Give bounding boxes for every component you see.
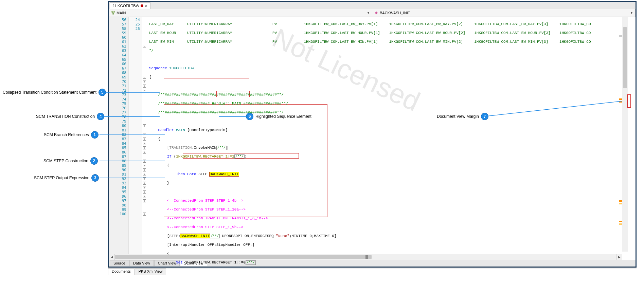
editor-window: 1HKGOFILTBW ✕ MAIN ▼ BACKWASH_INIT ▼ Fin… <box>108 1 637 268</box>
fold-toggle[interactable]: + <box>142 194 147 199</box>
tab-source[interactable]: Source <box>110 260 129 266</box>
nav-member-label: BACKWASH_INIT <box>380 11 410 15</box>
chevron-down-icon: ▼ <box>630 11 633 15</box>
collapsed-comment[interactable]: /**/ <box>216 146 227 150</box>
callout-4: SCM TRANSITION Construction4 <box>36 113 104 120</box>
tab-title: 1HKGOFILTBW <box>113 4 139 8</box>
annotation-box-transition <box>164 78 249 101</box>
highlighted-element: BACKWASH_INIT <box>180 234 210 238</box>
fold-toggle[interactable]: + <box>142 212 147 216</box>
document-tab[interactable]: 1HKGOFILTBW ✕ <box>110 2 150 9</box>
callout-3: SCM STEP Output Expression3 <box>34 174 99 182</box>
nav-bar: MAIN ▼ BACKWASH_INIT ▼ <box>109 9 636 17</box>
transition-keyword: TRANSITION <box>169 146 192 150</box>
fold-toggle[interactable]: + <box>142 163 147 168</box>
fold-toggle[interactable]: − <box>142 132 147 137</box>
secondary-gutter: 24 25 26 <box>129 17 142 267</box>
code-editor[interactable]: Not Licensed 5657585960 6162636465 66676… <box>109 17 636 267</box>
fold-toggle[interactable]: + <box>142 168 147 172</box>
collapsed-comment[interactable]: /**/ <box>246 260 256 265</box>
tab-documents[interactable]: Documents <box>108 268 135 275</box>
callout-1: SCM Branch References1 <box>44 131 99 139</box>
chevron-down-icon: ▼ <box>367 11 370 15</box>
fold-toggle[interactable]: + <box>142 181 147 185</box>
diamond-icon <box>374 11 378 15</box>
fold-toggle[interactable]: + <box>142 124 147 128</box>
fold-toggle[interactable]: + <box>142 172 147 177</box>
fold-toggle[interactable]: + <box>142 141 147 146</box>
dirty-indicator-icon <box>141 4 143 7</box>
scroll-left-icon[interactable]: ◀ <box>109 254 115 260</box>
fold-toggle[interactable]: + <box>142 199 147 203</box>
fold-toggle[interactable]: + <box>142 84 147 88</box>
document-tab-strip: 1HKGOFILTBW ✕ <box>109 2 636 9</box>
close-icon[interactable]: ✕ <box>145 4 147 8</box>
fold-toggle[interactable]: + <box>142 185 147 190</box>
callout-2: SCM STEP Construction2 <box>43 157 98 165</box>
tree-icon <box>111 11 115 15</box>
highlighted-element: BACKWASH_INIT <box>210 172 239 176</box>
callout-5: Collapsed Transition Condition Statement… <box>3 89 106 96</box>
line-number-gutter: 5657585960 6162636465 6667686970 7172737… <box>109 17 129 267</box>
fold-toggle[interactable]: − <box>142 88 147 93</box>
fold-toggle[interactable]: + <box>142 150 147 154</box>
fold-toggle[interactable]: + <box>142 137 147 141</box>
nav-member-dropdown[interactable]: BACKWASH_INIT ▼ <box>372 9 636 17</box>
fold-toggle[interactable]: + <box>142 146 147 150</box>
nav-scope-label: MAIN <box>117 11 126 15</box>
code-text[interactable]: LAST_BW_DAY UTILITY:NUMERICARRAY PV 1HKG… <box>147 17 636 267</box>
bottom-tab-strip: Documents PKS Xml View <box>108 268 166 275</box>
fold-toggle[interactable]: + <box>142 159 147 163</box>
collapsed-comment[interactable]: /**/ <box>234 154 245 159</box>
fold-gutter: − − + + − + − + + + + + + + + + + + + + … <box>142 17 147 267</box>
svg-rect-3 <box>375 12 378 14</box>
annotation-box-margin <box>627 94 631 108</box>
fold-toggle[interactable]: − <box>142 75 147 79</box>
fold-toggle[interactable]: + <box>142 79 147 84</box>
fold-toggle[interactable]: − <box>142 44 147 49</box>
fold-toggle[interactable]: + <box>142 177 147 181</box>
fold-toggle[interactable]: + <box>142 190 147 194</box>
nav-scope-dropdown[interactable]: MAIN ▼ <box>109 9 372 17</box>
tab-pks-xml[interactable]: PKS Xml View <box>135 268 166 275</box>
collapsed-comment[interactable]: /**/ <box>210 234 220 238</box>
